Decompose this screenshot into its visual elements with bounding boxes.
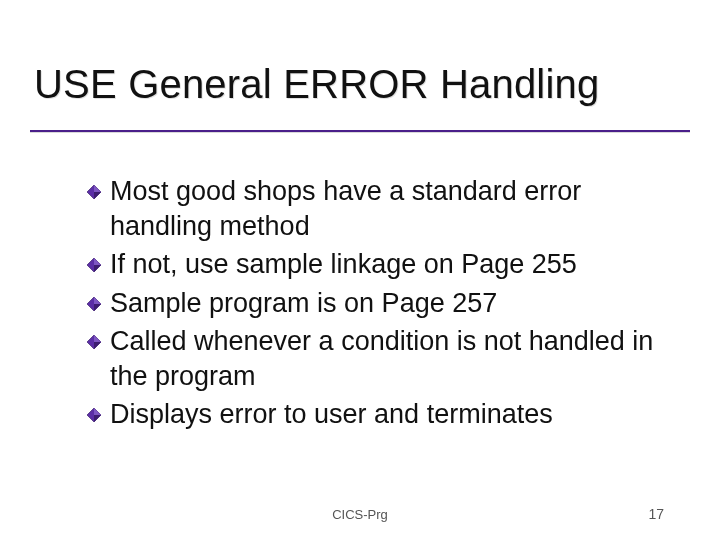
list-item: Most good shops have a standard error ha… [86, 174, 672, 243]
list-item: Called whenever a condition is not handl… [86, 324, 672, 393]
list-item-text: If not, use sample linkage on Page 255 [110, 247, 577, 282]
list-item-text: Called whenever a condition is not handl… [110, 324, 672, 393]
slide-title: USE General ERROR Handling [34, 62, 686, 107]
diamond-bullet-icon [86, 296, 102, 312]
list-item: If not, use sample linkage on Page 255 [86, 247, 672, 282]
list-item-text: Sample program is on Page 257 [110, 286, 497, 321]
svg-marker-1 [94, 185, 101, 192]
svg-marker-2 [94, 192, 101, 199]
diamond-bullet-icon [86, 334, 102, 350]
list-item-text: Displays error to user and terminates [110, 397, 553, 432]
diamond-bullet-icon [86, 184, 102, 200]
list-item: Sample program is on Page 257 [86, 286, 672, 321]
diamond-bullet-icon [86, 257, 102, 273]
list-item: Displays error to user and terminates [86, 397, 672, 432]
page-number: 17 [648, 506, 664, 522]
slide-body: Most good shops have a standard error ha… [86, 174, 672, 436]
list-item-text: Most good shops have a standard error ha… [110, 174, 672, 243]
slide: USE General ERROR Handling Most good sho… [0, 0, 720, 540]
footer-label: CICS-Prg [0, 507, 720, 522]
title-underline [30, 130, 690, 132]
diamond-bullet-icon [86, 407, 102, 423]
